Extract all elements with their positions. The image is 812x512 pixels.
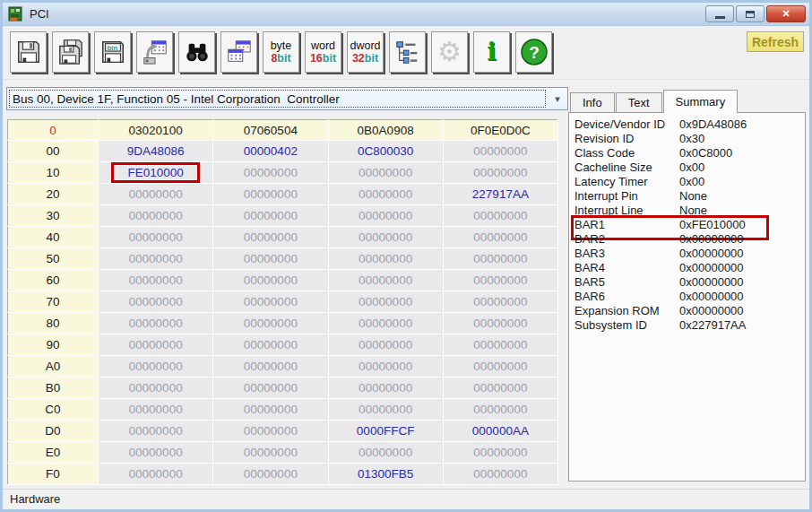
hex-cell[interactable]: 00000000 bbox=[328, 270, 443, 291]
hex-cell[interactable]: 00000000 bbox=[328, 184, 443, 205]
hex-cell[interactable]: 00000000 bbox=[328, 377, 443, 399]
hex-cell[interactable]: 00000000 bbox=[99, 313, 213, 334]
hex-cell[interactable]: 00000000 bbox=[99, 377, 213, 399]
summary-value: 0x30 bbox=[679, 132, 805, 146]
dword-view-button[interactable]: dword 32bit bbox=[347, 31, 384, 73]
device-selector[interactable]: Bus 00, Device 1F, Function 05 - Intel C… bbox=[6, 87, 568, 110]
minimize-button[interactable] bbox=[705, 5, 734, 22]
hex-cell[interactable]: 00000000 bbox=[213, 442, 328, 464]
hex-cell[interactable]: 00000000 bbox=[443, 227, 557, 248]
hex-cell[interactable]: 00000000 bbox=[99, 334, 213, 356]
tab-info[interactable]: Info bbox=[570, 92, 615, 112]
hex-cell[interactable]: 00000000 bbox=[99, 356, 213, 377]
hex-cell[interactable]: 00000000 bbox=[213, 248, 328, 270]
chevron-down-icon[interactable]: ▾ bbox=[548, 93, 567, 105]
tree-view-button[interactable] bbox=[389, 31, 426, 73]
save-all-button[interactable] bbox=[52, 31, 89, 73]
tab-text[interactable]: Text bbox=[616, 92, 662, 112]
hex-cell[interactable]: 00000000 bbox=[328, 334, 443, 356]
settings-button[interactable]: ⚙ bbox=[431, 31, 468, 73]
hex-cell[interactable]: 00000000 bbox=[443, 141, 557, 162]
hex-cell[interactable]: 00000000 bbox=[328, 291, 443, 313]
hex-cell[interactable]: 00000000 bbox=[328, 442, 443, 464]
summary-label: Device/Vendor ID bbox=[574, 117, 679, 132]
hex-cell[interactable]: 00000000 bbox=[99, 464, 213, 485]
hex-cell[interactable]: 00000000 bbox=[213, 313, 328, 334]
hex-cell[interactable]: 00000000 bbox=[213, 334, 328, 356]
hex-row: 9000000000000000000000000000000000 bbox=[8, 334, 558, 356]
hex-cell[interactable]: 00000000 bbox=[443, 205, 557, 227]
export-button[interactable] bbox=[136, 31, 173, 73]
help-button[interactable]: ? bbox=[515, 31, 552, 73]
maximize-button[interactable] bbox=[736, 5, 764, 22]
hex-cell[interactable]: 00000000 bbox=[213, 205, 328, 227]
hex-cell[interactable]: 00000000 bbox=[443, 291, 557, 313]
hex-cell[interactable]: 00000000 bbox=[213, 291, 328, 313]
hex-cell[interactable]: 00000000 bbox=[99, 227, 213, 248]
hex-cell[interactable]: 00000000 bbox=[99, 291, 213, 313]
summary-panel: Device/Vendor ID0x9DA48086Revision ID0x3… bbox=[568, 112, 806, 482]
hex-cell[interactable]: FE010000 bbox=[99, 162, 213, 184]
hex-row: 7000000000000000000000000000000000 bbox=[8, 291, 558, 313]
byte-view-button[interactable]: byte 8bit bbox=[263, 31, 299, 73]
save-binary-button[interactable]: bin bbox=[94, 31, 131, 73]
hex-cell[interactable]: 00000000 bbox=[443, 270, 557, 291]
hex-cell[interactable]: 00000000 bbox=[328, 205, 443, 227]
info-button[interactable]: i bbox=[473, 31, 510, 73]
hex-cell[interactable]: 00000000 bbox=[213, 227, 328, 248]
refresh-button[interactable]: Refresh bbox=[747, 31, 804, 52]
save-button[interactable] bbox=[10, 31, 47, 73]
hex-cell[interactable]: 00000000 bbox=[213, 356, 328, 377]
hex-cell[interactable]: 0000FFCF bbox=[328, 421, 443, 442]
hex-cell[interactable]: 00000000 bbox=[213, 162, 328, 184]
hex-cell[interactable]: 00000000 bbox=[443, 313, 557, 334]
summary-row: Cacheline Size0x00 bbox=[574, 161, 805, 175]
summary-value: None bbox=[679, 189, 805, 204]
hex-cell[interactable]: 00000000 bbox=[443, 442, 557, 464]
tab-summary[interactable]: Summary bbox=[663, 90, 739, 113]
hex-cell[interactable]: 9DA48086 bbox=[99, 141, 213, 162]
hex-cell[interactable]: 00000000 bbox=[213, 377, 328, 399]
hex-cell[interactable]: 00000000 bbox=[443, 334, 557, 356]
hex-cell[interactable]: 00000000 bbox=[99, 399, 213, 421]
hex-cell[interactable]: 000000AA bbox=[443, 421, 557, 442]
compare-tables-button[interactable] bbox=[220, 31, 257, 73]
hex-cell[interactable]: 00000000 bbox=[99, 270, 213, 291]
hex-cell[interactable]: 00000000 bbox=[99, 184, 213, 205]
hex-cell[interactable]: 00000000 bbox=[328, 399, 443, 421]
hex-cell[interactable]: 01300FB5 bbox=[328, 464, 443, 485]
hex-cell[interactable]: 00000000 bbox=[328, 313, 443, 334]
hex-cell[interactable]: 227917AA bbox=[443, 184, 557, 205]
find-button[interactable] bbox=[178, 31, 215, 73]
hex-cell[interactable]: 00000000 bbox=[328, 248, 443, 270]
hex-cell[interactable]: 00000000 bbox=[328, 162, 443, 184]
hex-cell[interactable]: 00000000 bbox=[443, 399, 557, 421]
hex-cell[interactable]: 00000402 bbox=[213, 141, 328, 162]
hex-cell[interactable]: 00000000 bbox=[99, 442, 213, 464]
summary-value: 0x9DA48086 bbox=[679, 117, 805, 132]
hex-cell[interactable]: 00000000 bbox=[443, 377, 557, 399]
hex-cell[interactable]: 00000000 bbox=[99, 248, 213, 270]
hex-cell[interactable]: 0C800030 bbox=[328, 141, 443, 162]
hex-cell[interactable]: 00000000 bbox=[99, 205, 213, 227]
hex-cell[interactable]: 00000000 bbox=[99, 421, 213, 442]
hex-cell[interactable]: 00000000 bbox=[443, 248, 557, 270]
tree-view-icon bbox=[394, 39, 421, 65]
summary-label: Latency Timer bbox=[574, 175, 679, 189]
hex-cell[interactable]: 00000000 bbox=[213, 464, 328, 485]
status-text: Hardware bbox=[10, 492, 60, 506]
hex-cell[interactable]: 00000000 bbox=[213, 184, 328, 205]
hex-cell[interactable]: 00000000 bbox=[213, 270, 328, 291]
app-icon bbox=[8, 6, 24, 22]
hex-grid: 0 03020100 07060504 0B0A0908 0F0E0D0C 00… bbox=[7, 119, 558, 485]
word-view-button[interactable]: word 16bit bbox=[305, 31, 341, 73]
hex-cell[interactable]: 00000000 bbox=[213, 399, 328, 421]
hex-cell[interactable]: 00000000 bbox=[328, 227, 443, 248]
summary-label: Interrupt Line bbox=[574, 204, 679, 218]
hex-cell[interactable]: 00000000 bbox=[443, 162, 557, 184]
hex-cell[interactable]: 00000000 bbox=[443, 464, 557, 485]
hex-cell[interactable]: 00000000 bbox=[328, 356, 443, 377]
hex-cell[interactable]: 00000000 bbox=[443, 356, 557, 377]
hex-cell[interactable]: 00000000 bbox=[213, 421, 328, 442]
close-button[interactable]: ✕ bbox=[766, 5, 806, 22]
